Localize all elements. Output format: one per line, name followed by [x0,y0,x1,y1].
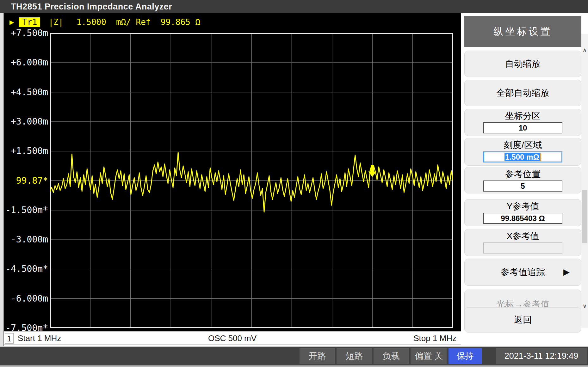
active-trace-arrow-icon: ▶ [9,18,14,27]
trace-parameter-label[interactable]: |Z| [48,17,63,27]
osc-level-label: OSC 500 mV [4,333,461,343]
divisions-label: 坐标分区 [465,110,581,122]
autoscale-all-label: 全部自动缩放 [496,87,549,99]
scroll-up-icon[interactable]: ∧ [581,47,588,53]
y-axis-tick: +3.000m [4,117,48,127]
sweep-status-bar: 1 Start 1 MHz OSC 500 mV Stop 1 MHz [4,331,461,345]
trace-name-badge[interactable]: Tr1 [19,17,40,27]
text-caret [540,153,541,161]
y-reference-input[interactable]: 99.865403 Ω [483,213,562,224]
submenu-arrow-icon: ▶ [563,267,570,277]
selected-input-text: 1.500 mΩ [504,153,540,161]
reference-tracking-label: 参考值追踪 [501,266,545,278]
y-axis-tick: +4.500m [4,87,48,97]
bias-off-button[interactable]: 偏置 关 [411,348,447,364]
window-left-border [0,13,4,346]
y-reference-card[interactable]: Y参考值 99.865403 Ω [464,199,581,226]
divisions-card[interactable]: 坐标分区 10 [464,109,581,136]
reference-position-input[interactable]: 5 [483,180,562,192]
app-window: TH2851 Precision Impedance Analyzer ▶ Tr… [0,0,588,367]
title-bar: TH2851 Precision Impedance Analyzer [0,0,588,13]
y-axis-tick: -1.500m* [4,205,48,215]
y-axis-tick: +1.500m [4,146,48,156]
bottom-toolbar: 开路 短路 负载 偏置 关 保持 2021-3-11 12:19:49 [0,346,588,367]
scroll-down-icon[interactable]: ∨ [581,303,588,309]
load-correction-button[interactable]: 负载 [374,348,409,364]
open-correction-button[interactable]: 开路 [300,348,335,364]
y-axis-tick: -3.000m [4,235,48,245]
scrollbar-thumb[interactable] [582,190,587,243]
hold-button[interactable]: 保持 [449,348,482,364]
back-button[interactable]: 返回 [464,307,581,333]
y-axis-reference-value: 99.87* [4,176,48,186]
trace-scale-readout: 1.5000 mΩ/ Ref 99.865 Ω [66,17,200,27]
short-correction-button[interactable]: 短路 [337,348,372,364]
autoscale-label: 自动缩放 [505,58,541,70]
y-axis-tick: +7.500m [4,28,48,38]
datetime-display: 2021-3-11 12:19:49 [496,348,587,364]
reference-position-label: 参考位置 [465,168,581,180]
y-reference-label: Y参考值 [465,201,581,212]
trace-plot [50,33,453,328]
reference-position-card[interactable]: 参考位置 5 [464,167,581,193]
sidebar-title: 纵坐标设置 [464,16,581,47]
divisions-input[interactable]: 10 [483,122,562,133]
x-reference-label: X参考值 [465,230,581,242]
x-reference-card[interactable]: X参考值 [464,229,581,256]
y-axis-tick: -4.500m* [4,264,48,274]
y-axis-tick: +6.000m [4,58,48,68]
sweep-stop-label: Stop 1 MHz [413,333,456,343]
y-axis-tick: -6.000m [4,294,48,304]
x-reference-input[interactable] [483,242,562,254]
chart-panel: ▶ Tr1 |Z| 1.5000 mΩ/ Ref 99.865 Ω +7.500… [4,13,461,331]
scale-per-division-input[interactable]: 1.500 mΩ [483,151,562,162]
window-title: TH2851 Precision Impedance Analyzer [11,2,172,12]
back-label: 返回 [514,314,532,326]
trace-info-bar: ▶ Tr1 |Z| 1.5000 mΩ/ Ref 99.865 Ω [9,16,200,28]
reference-tracking-button[interactable]: 参考值追踪 ▶ [464,259,581,286]
sidebar: 纵坐标设置 自动缩放 全部自动缩放 坐标分区 10 刻度/区域 1.500 mΩ… [462,13,588,346]
plot-area[interactable] [50,33,453,328]
scale-per-division-card[interactable]: 刻度/区域 1.500 mΩ [464,138,581,166]
autoscale-all-button[interactable]: 全部自动缩放 [464,80,581,106]
scale-per-division-label: 刻度/区域 [465,139,581,151]
autoscale-button[interactable]: 自动缩放 [464,51,581,77]
sidebar-scrollbar[interactable]: ∧ ∨ [581,34,588,328]
